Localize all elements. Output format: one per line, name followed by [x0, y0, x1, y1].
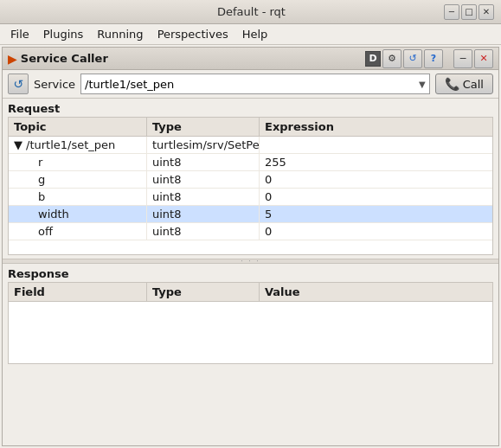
col-expression: Expression — [260, 118, 492, 136]
cell-expression: 255 — [260, 154, 492, 170]
response-table: Field Type Value — [8, 282, 493, 364]
minimize-button[interactable]: − — [444, 4, 459, 20]
col-field: Field — [9, 283, 147, 301]
table-row[interactable]: ▼ /turtle1/set_pen turtlesim/srv/SetPen — [9, 137, 492, 154]
call-label: Call — [463, 78, 484, 91]
service-dropdown[interactable]: /turtle1/set_pen ▼ — [80, 74, 430, 94]
cell-type: turtlesim/srv/SetPen — [147, 137, 260, 153]
cell-type: uint8 — [147, 189, 260, 205]
cell-expression: 0 — [260, 223, 492, 240]
window-header-bar: ▶ Service Caller D ⚙ ↺ ? − ✕ — [3, 48, 498, 70]
menu-item-running[interactable]: Running — [90, 26, 150, 42]
service-row: ↺ Service /turtle1/set_pen ▼ 📞 Call — [3, 70, 498, 99]
cell-expression — [260, 137, 492, 153]
cell-topic: off — [9, 223, 147, 240]
titlebar: Default - rqt − □ ✕ — [0, 0, 501, 24]
cell-topic: b — [9, 189, 147, 205]
cell-expression[interactable]: 5 — [260, 206, 492, 222]
col-value: Value — [260, 283, 492, 301]
service-label: Service — [34, 78, 75, 91]
section-arrow-icon: ▶ — [8, 52, 17, 66]
menu-item-help[interactable]: Help — [235, 26, 275, 42]
call-button[interactable]: 📞 Call — [435, 74, 493, 94]
request-table-body: ▼ /turtle1/set_pen turtlesim/srv/SetPen … — [9, 137, 492, 240]
window-controls: − □ ✕ — [444, 4, 494, 20]
response-table-header: Field Type Value — [9, 283, 492, 302]
response-section: Response Field Type Value — [3, 264, 498, 368]
cell-topic: ▼ /turtle1/set_pen — [9, 137, 147, 153]
phone-icon: 📞 — [445, 77, 459, 91]
cell-type: uint8 — [147, 171, 260, 188]
cell-topic: g — [9, 171, 147, 188]
col-type: Type — [147, 283, 260, 301]
close-button[interactable]: ✕ — [479, 4, 494, 20]
section-title: Service Caller — [21, 52, 108, 65]
menu-item-plugins[interactable]: Plugins — [36, 26, 91, 42]
response-section-label: Response — [3, 264, 498, 282]
help-icon-button[interactable]: ? — [424, 49, 443, 68]
table-row[interactable]: off uint8 0 — [9, 223, 492, 240]
settings-icon-button[interactable]: ⚙ — [382, 49, 401, 68]
col-type: Type — [147, 118, 260, 136]
reload-icon-button[interactable]: ↺ — [403, 49, 422, 68]
table-row[interactable]: b uint8 0 — [9, 189, 492, 206]
cell-expression: 0 — [260, 171, 492, 188]
window-title: Default - rqt — [59, 5, 444, 18]
cell-type: uint8 — [147, 154, 260, 170]
cell-topic: width — [9, 206, 147, 222]
request-table-header: Topic Type Expression — [9, 118, 492, 137]
table-row[interactable]: g uint8 0 — [9, 171, 492, 189]
main-window: ▶ Service Caller D ⚙ ↺ ? − ✕ ↺ Service /… — [2, 47, 499, 446]
dropdown-arrow-icon: ▼ — [419, 80, 426, 89]
refresh-button[interactable]: ↺ — [8, 74, 29, 94]
table-row[interactable]: r uint8 255 — [9, 154, 492, 171]
table-row[interactable]: width uint8 5 — [9, 206, 492, 223]
cell-expression: 0 — [260, 189, 492, 205]
menubar: FilePluginsRunningPerspectivesHelp — [0, 24, 501, 45]
menu-item-file[interactable]: File — [3, 26, 36, 42]
maximize-button[interactable]: □ — [461, 4, 477, 20]
tree-arrow-icon: ▼ — [14, 138, 22, 151]
cell-type: uint8 — [147, 223, 260, 240]
request-table: Topic Type Expression ▼ /turtle1/set_pen… — [8, 117, 493, 255]
d-icon-button[interactable]: D — [365, 51, 381, 67]
col-topic: Topic — [9, 118, 147, 136]
menu-item-perspectives[interactable]: Perspectives — [151, 26, 235, 42]
window-header-buttons: D ⚙ ↺ ? − ✕ — [365, 49, 493, 68]
service-value: /turtle1/set_pen — [85, 78, 174, 91]
close-panel-button[interactable]: ✕ — [474, 49, 493, 68]
topic-text: /turtle1/set_pen — [26, 138, 115, 151]
detach-icon-button[interactable]: − — [453, 49, 472, 68]
request-section-label: Request — [3, 99, 498, 117]
cell-topic: r — [9, 154, 147, 170]
cell-type: uint8 — [147, 206, 260, 222]
